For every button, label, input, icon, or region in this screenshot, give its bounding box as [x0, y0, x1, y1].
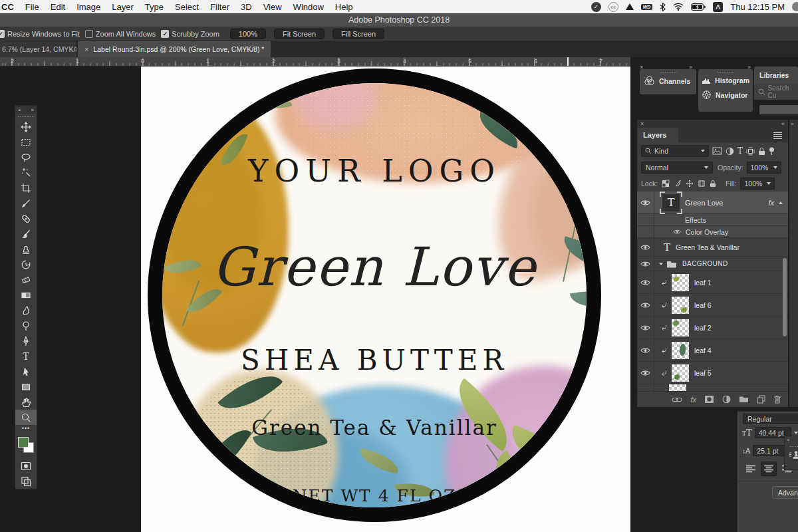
- advanced-button[interactable]: Advan: [772, 486, 798, 499]
- layer-row-green-love[interactable]: T Green Love fx: [637, 192, 788, 214]
- layers-scrollbar[interactable]: [783, 258, 787, 336]
- lock-artboard-icon[interactable]: [698, 180, 706, 188]
- layer-thumbnail[interactable]: [672, 364, 689, 382]
- resize-windows-checkbox[interactable]: ✓ Resize Windows to Fit: [0, 30, 80, 38]
- menu-help[interactable]: Help: [335, 2, 353, 12]
- navigator-panel-button[interactable]: Navigator: [698, 86, 753, 103]
- lock-all-icon[interactable]: [710, 180, 716, 188]
- battery-icon[interactable]: [691, 3, 706, 11]
- bluetooth-icon[interactable]: [660, 3, 666, 11]
- rectangular-marquee-tool[interactable]: [15, 134, 37, 150]
- visibility-eye-icon[interactable]: [637, 192, 654, 213]
- checkbox-checked-icon[interactable]: ✓: [0, 30, 5, 38]
- check-circle-icon[interactable]: ✓: [591, 2, 601, 12]
- panel-grip[interactable]: [717, 71, 734, 74]
- chevron-up-icon[interactable]: [779, 201, 783, 204]
- menu-filter[interactable]: Filter: [210, 2, 229, 12]
- visibility-eye-icon[interactable]: [637, 238, 654, 256]
- quick-mask-icon[interactable]: [15, 458, 37, 473]
- filter-shape-layers-icon[interactable]: [746, 147, 755, 156]
- crop-tool[interactable]: [15, 180, 37, 196]
- visibility-eye-icon[interactable]: [637, 271, 654, 293]
- close-icon[interactable]: ×: [640, 120, 644, 127]
- lock-transparent-icon[interactable]: [662, 180, 670, 188]
- eraser-tool[interactable]: [15, 272, 37, 287]
- zoom-tool[interactable]: [15, 410, 37, 425]
- panel-grip[interactable]: [660, 71, 677, 74]
- visibility-eye-icon[interactable]: [637, 257, 654, 271]
- magic-wand-tool[interactable]: [15, 165, 37, 180]
- text-layer-thumbnail[interactable]: T: [662, 194, 680, 211]
- creative-cloud-icon[interactable]: cc: [608, 2, 618, 12]
- wifi-icon[interactable]: [673, 3, 684, 11]
- histogram-panel-button[interactable]: Histogram: [698, 74, 753, 86]
- libraries-tab[interactable]: Libraries: [754, 66, 798, 84]
- layer-row-leaf-6[interactable]: leaf 6: [637, 294, 788, 317]
- tool-preset-stamp-icon[interactable]: [789, 450, 798, 460]
- adjustment-layer-icon[interactable]: [722, 395, 731, 404]
- group-expand-chevron[interactable]: [659, 263, 663, 265]
- menu-edit[interactable]: Edit: [51, 2, 65, 12]
- effects-row[interactable]: Effects: [637, 214, 788, 226]
- layer-row-green-tea[interactable]: T Green Tea & Vanillar: [637, 238, 788, 257]
- layer-row-leaf-1[interactable]: leaf 1: [637, 271, 788, 294]
- lasso-tool[interactable]: [15, 150, 37, 165]
- filter-pixel-layers-icon[interactable]: [712, 147, 722, 155]
- zoom-percent-field[interactable]: 100%: [230, 29, 266, 39]
- chevron-down-icon[interactable]: [794, 432, 798, 434]
- layer-row-leaf-4[interactable]: leaf 4: [637, 339, 788, 362]
- wd-drive-icon[interactable]: WD: [641, 4, 653, 10]
- foreground-color-swatch[interactable]: [18, 437, 29, 448]
- layer-thumbnail[interactable]: [672, 274, 689, 291]
- eyedropper-tool[interactable]: [15, 196, 37, 211]
- layer-thumbnail[interactable]: [672, 319, 689, 336]
- blend-mode-select[interactable]: Normal: [641, 162, 713, 174]
- rectangle-shape-tool[interactable]: [15, 379, 37, 394]
- fit-screen-button[interactable]: Fit Screen: [274, 29, 325, 39]
- app-menu-cc[interactable]: CC: [1, 2, 14, 12]
- layer-style-fx-icon[interactable]: fx: [690, 396, 696, 404]
- spotlight-icon-partial[interactable]: [792, 2, 798, 11]
- filter-toggle-icon[interactable]: [769, 147, 775, 156]
- opacity-field[interactable]: 100%: [747, 162, 781, 174]
- filter-smart-objects-icon[interactable]: [758, 147, 765, 156]
- clone-stamp-tool[interactable]: [15, 241, 37, 257]
- new-layer-icon[interactable]: [757, 395, 765, 404]
- visibility-eye-icon[interactable]: [637, 339, 654, 361]
- layers-tab[interactable]: Layers: [637, 128, 678, 142]
- fill-screen-button[interactable]: Fill Screen: [332, 29, 384, 39]
- active-document-tab[interactable]: × Label Round-3in.psd @ 200% (Green Love…: [78, 41, 271, 57]
- font-style-select[interactable]: Regular: [743, 414, 798, 424]
- layer-row-leaf-5[interactable]: leaf 5: [637, 362, 788, 384]
- menu-image[interactable]: Image: [76, 2, 100, 12]
- gradient-tool[interactable]: [15, 287, 37, 303]
- toolbar-ellipsis[interactable]: •••: [15, 425, 37, 434]
- add-mask-icon[interactable]: [704, 395, 714, 404]
- canvas[interactable]: YOUR LOGO Green Love SHEA BUTTER Green T…: [141, 66, 630, 532]
- filter-adjustment-layers-icon[interactable]: [726, 147, 734, 156]
- menu-file[interactable]: File: [25, 2, 39, 12]
- menu-bar-clock[interactable]: Thu 12:15 PM: [730, 2, 785, 12]
- close-icon[interactable]: ×: [787, 437, 790, 443]
- history-brush-tool[interactable]: [15, 257, 37, 272]
- visibility-eye-icon[interactable]: [637, 362, 654, 384]
- fx-badge[interactable]: fx: [768, 199, 774, 207]
- collapse-icon[interactable]: «: [781, 120, 785, 127]
- menu-select[interactable]: Select: [175, 2, 199, 12]
- align-left-button[interactable]: [743, 462, 759, 476]
- pen-tool[interactable]: [15, 333, 37, 348]
- expand-icon[interactable]: »: [31, 107, 34, 113]
- text-layer-glyph[interactable]: T: [664, 241, 670, 253]
- library-search-field[interactable]: Search Cu: [754, 84, 798, 100]
- hand-tool[interactable]: [15, 394, 37, 410]
- color-overlay-effect-row[interactable]: Color Overlay: [637, 226, 788, 238]
- channels-panel-button[interactable]: Channels: [640, 69, 696, 94]
- new-group-icon[interactable]: [739, 396, 749, 403]
- lock-paint-icon[interactable]: [674, 180, 682, 188]
- layer-row-leaf-2[interactable]: leaf 2: [637, 317, 788, 339]
- screen-mode-icon[interactable]: [15, 473, 37, 489]
- filter-type-layers-icon[interactable]: T: [737, 146, 743, 156]
- menu-view[interactable]: View: [263, 2, 282, 12]
- layer-group-bacground[interactable]: BACGROUND: [637, 257, 788, 271]
- delete-layer-icon[interactable]: [773, 395, 781, 404]
